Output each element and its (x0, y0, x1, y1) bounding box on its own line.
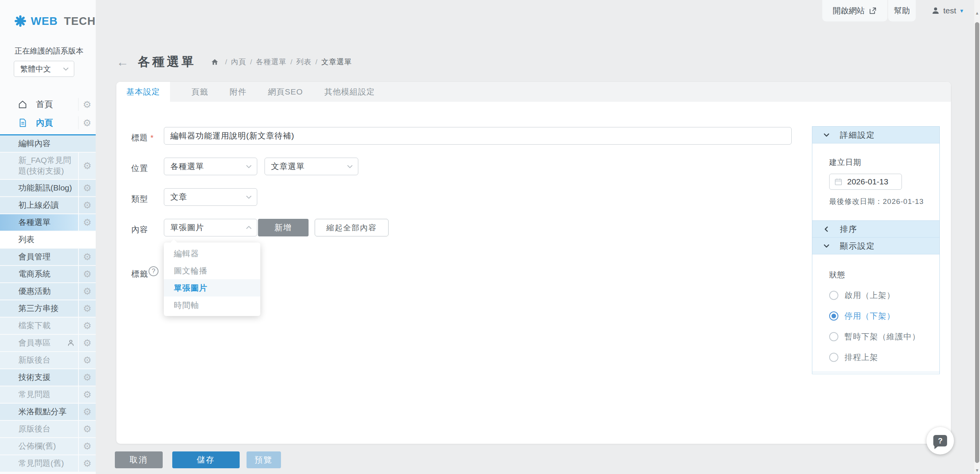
content-select[interactable]: 單張圖片 (164, 219, 257, 236)
sidebar-item[interactable]: 列表 (0, 231, 96, 248)
gear-icon[interactable]: ⚙ (83, 390, 91, 399)
sidebar-item[interactable]: 新_FAQ常見問題(技術支援) ⚙ (0, 153, 96, 179)
sidebar-item[interactable]: 技術支援 ⚙ (0, 369, 96, 386)
title-input[interactable] (164, 127, 792, 145)
save-button[interactable]: 儲存 (172, 451, 240, 468)
gear-icon[interactable]: ⚙ (83, 218, 91, 227)
breadcrumb-separator: / (225, 58, 227, 66)
scroll-down-arrow[interactable]: ▼ (974, 468, 980, 472)
sidebar-item-inner-pages[interactable]: 內頁 ⚙ (0, 114, 96, 132)
tab[interactable]: 網頁SEO (257, 82, 314, 102)
sidebar-item[interactable]: 功能新訊(Blog) ⚙ (0, 180, 96, 196)
gear-icon[interactable]: ⚙ (83, 118, 91, 128)
sidebar-item[interactable]: 原版後台 ⚙ (0, 421, 96, 437)
scrollbar-thumb[interactable] (975, 22, 979, 463)
collapse-all-button[interactable]: 縮起全部內容 (315, 219, 389, 236)
brand-secondary: TECH (64, 15, 96, 28)
status-radio-option[interactable]: 停用（下架） (829, 311, 939, 321)
section-sort[interactable]: 排序 (812, 221, 939, 238)
sidebar-item[interactable]: 會員專區 ⚙ (0, 335, 96, 351)
sidebar-item[interactable]: 米洛觀點分享 ⚙ (0, 404, 96, 420)
display-settings-body: 狀態 啟用（上架） 停用（下架） 暫時下架（維護中） 排程上架 (812, 254, 939, 372)
gear-icon[interactable]: ⚙ (83, 183, 91, 193)
position-select-2[interactable]: 文章選單 (265, 158, 358, 175)
tab[interactable]: 附件 (219, 82, 257, 102)
help-fab-button[interactable]: ? (926, 427, 954, 454)
sidebar-item[interactable]: 初上線必讀 ⚙ (0, 197, 96, 213)
created-date-input[interactable]: 2026-01-13 (829, 174, 902, 190)
sidebar-item[interactable]: 常見問題(舊) ⚙ (0, 455, 96, 472)
sidebar-item[interactable]: 新版後台 ⚙ (0, 352, 96, 368)
gear-icon[interactable]: ⚙ (83, 373, 91, 382)
radio-button[interactable] (829, 353, 838, 362)
sidebar-item-label: 列表 (18, 234, 34, 245)
status-radio-option[interactable]: 排程上架 (829, 352, 939, 363)
breadcrumb-item[interactable]: 各種選單 (256, 57, 287, 67)
radio-button[interactable] (829, 291, 838, 300)
gear-icon[interactable]: ⚙ (83, 424, 91, 434)
back-arrow-icon[interactable]: ← (116, 55, 129, 69)
gear-icon[interactable]: ⚙ (83, 269, 91, 279)
cancel-button[interactable]: 取消 (115, 451, 163, 468)
user-icon (931, 6, 940, 15)
breadcrumb-item[interactable]: 內頁 (231, 57, 246, 67)
dropdown-option-label: 時間軸 (174, 300, 199, 311)
tab[interactable]: 基本設定 (116, 82, 170, 102)
tab[interactable]: 頁籤 (181, 82, 219, 102)
dropdown-option[interactable]: 編輯器 (164, 245, 260, 262)
gear-icon[interactable]: ⚙ (83, 161, 91, 171)
language-select[interactable]: 繁體中文 (14, 61, 74, 77)
sidebar-item[interactable]: 會員管理 ⚙ (0, 249, 96, 265)
sidebar-item[interactable]: 公佈欄(舊) ⚙ (0, 438, 96, 454)
section-display-settings[interactable]: 顯示設定 (812, 238, 939, 254)
page-scrollbar[interactable]: ▲ ▼ (974, 0, 980, 474)
gear-icon[interactable]: ⚙ (83, 441, 91, 451)
sidebar-item-label: 內頁 (36, 117, 53, 129)
dropdown-option[interactable]: 單張圖片 (164, 279, 260, 296)
tab[interactable]: 其他模組設定 (314, 82, 385, 102)
sidebar-item[interactable]: 編輯內容 (0, 135, 96, 152)
radio-button[interactable] (829, 332, 838, 341)
gear-icon[interactable]: ⚙ (83, 321, 91, 331)
gear-icon[interactable]: ⚙ (83, 287, 91, 296)
tab-label: 其他模組設定 (324, 86, 375, 97)
status-radio-option[interactable]: 啟用（上架） (829, 290, 939, 301)
add-button[interactable]: 新增 (258, 219, 309, 236)
gear-icon[interactable]: ⚙ (83, 338, 91, 348)
home-icon (18, 99, 28, 109)
help-question-icon[interactable]: ? (149, 266, 158, 276)
footer-actions: 取消 儲存 預覽 (115, 451, 281, 468)
gear-icon[interactable]: ⚙ (83, 407, 91, 417)
gear-icon[interactable]: ⚙ (83, 304, 91, 313)
gear-icon[interactable]: ⚙ (83, 459, 91, 468)
gear-icon[interactable]: ⚙ (83, 355, 91, 365)
question-mark: ? (938, 437, 942, 445)
open-website-button[interactable]: 開啟網站 (822, 0, 887, 21)
scroll-up-arrow[interactable]: ▲ (974, 11, 980, 15)
breadcrumb-item[interactable]: 列表 (296, 57, 312, 67)
help-button[interactable]: 幫助 (888, 0, 916, 21)
sidebar-item-label: 米洛觀點分享 (18, 406, 67, 417)
sidebar-item[interactable]: 第三方串接 ⚙ (0, 300, 96, 317)
sidebar-item[interactable]: 檔案下載 ⚙ (0, 318, 96, 334)
user-menu[interactable]: test ▼ (931, 0, 964, 21)
preview-button[interactable]: 預覽 (247, 451, 281, 468)
sidebar-item-home[interactable]: 首頁 ⚙ (0, 95, 96, 114)
radio-label: 停用（下架） (844, 311, 895, 321)
gear-icon[interactable]: ⚙ (83, 200, 91, 210)
sidebar-item[interactable]: 各種選單 ⚙ (0, 214, 96, 231)
dropdown-option[interactable]: 時間軸 (164, 296, 260, 314)
type-select[interactable]: 文章 (164, 188, 257, 206)
gear-icon[interactable]: ⚙ (83, 100, 91, 109)
gear-icon[interactable]: ⚙ (83, 252, 91, 262)
position-select-1[interactable]: 各種選單 (164, 158, 257, 175)
breadcrumb-item[interactable]: 文章選單 (321, 57, 352, 67)
radio-label: 暫時下架（維護中） (844, 331, 920, 342)
sidebar-item[interactable]: 常見問題 ⚙ (0, 386, 96, 403)
dropdown-option[interactable]: 圖文輪播 (164, 262, 260, 279)
sidebar-item[interactable]: 電商系統 ⚙ (0, 266, 96, 282)
status-radio-option[interactable]: 暫時下架（維護中） (829, 331, 939, 342)
sidebar-item[interactable]: 優惠活動 ⚙ (0, 283, 96, 300)
section-detail-settings[interactable]: 詳細設定 (812, 127, 939, 143)
radio-button[interactable] (829, 311, 838, 321)
